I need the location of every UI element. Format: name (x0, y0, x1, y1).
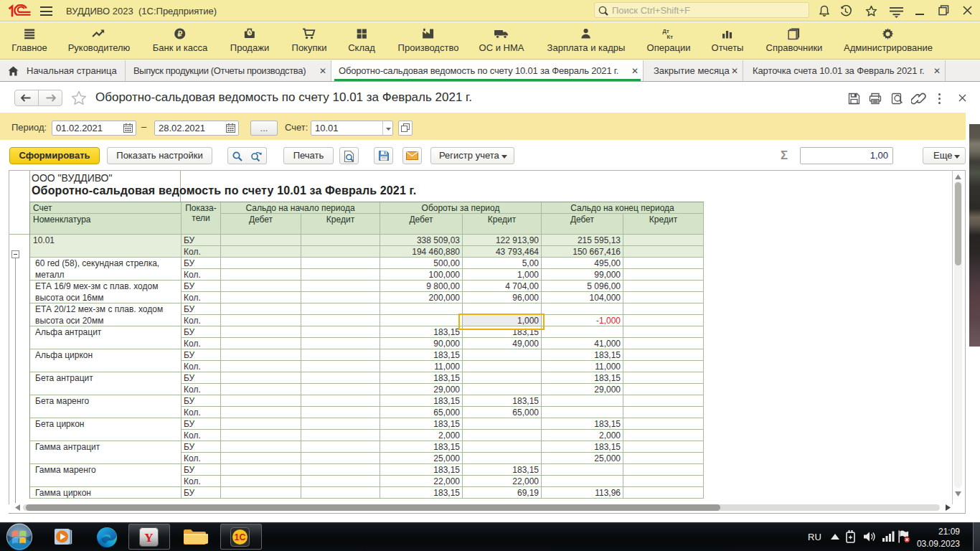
svg-text:₽: ₽ (178, 29, 183, 38)
svg-text:Y: Y (144, 531, 153, 545)
svg-text:1С: 1С (235, 532, 246, 542)
svg-text:Кт: Кт (667, 34, 674, 40)
